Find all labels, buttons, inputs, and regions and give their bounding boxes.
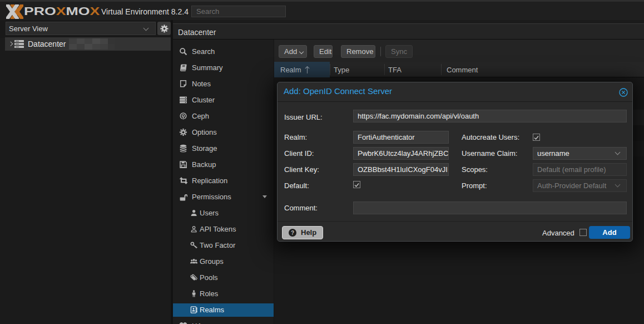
svg-text:?: ? (291, 230, 294, 236)
